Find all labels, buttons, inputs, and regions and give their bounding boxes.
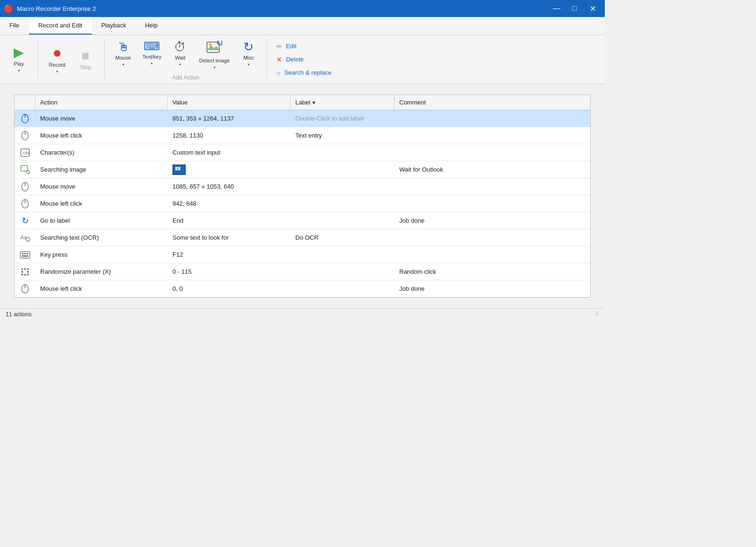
stop-icon: ■ — [82, 49, 90, 62]
detect-image-label: Detect image — [199, 58, 230, 63]
table-row[interactable]: ↻ Go to label End Job done — [15, 212, 590, 229]
svg-point-5 — [218, 43, 219, 44]
svg-line-4 — [221, 44, 222, 45]
svg-marker-1 — [207, 45, 219, 50]
row-icon-9 — [15, 248, 35, 262]
delete-button[interactable]: ✕ Delete — [275, 55, 333, 64]
row-value-1: 851, 353 » 1264, 1137 — [168, 112, 291, 125]
misc-label: Misc — [243, 55, 254, 61]
table-row[interactable]: Key press F12 — [15, 246, 590, 263]
stop-button[interactable]: ■ Stop — [72, 46, 99, 73]
toolbar-group-actions: 🖱 Mouse ▾ ⌨ Text/key ▾ ⏱ Wait ▾ — [105, 38, 266, 81]
row-value-8: Some text to look for — [168, 231, 291, 244]
row-action-8: Searching text (OCR) — [35, 231, 168, 244]
close-button[interactable]: ✕ — [584, 2, 601, 15]
search-replace-icon: ○ — [276, 69, 280, 77]
content-area: Action Value Label ▾ Comment Mouse move … — [0, 84, 605, 308]
svg-rect-26 — [24, 253, 26, 254]
row-icon-8: Aa — [15, 231, 35, 245]
label-dropdown-icon[interactable]: ▾ — [312, 99, 315, 106]
textkey-label: Text/key — [142, 54, 161, 60]
svg-point-34 — [21, 274, 23, 276]
mouse-button[interactable]: 🖱 Mouse ▾ — [111, 38, 136, 72]
action-table: Action Value Label ▾ Comment Mouse move … — [14, 95, 591, 298]
svg-point-36 — [27, 274, 29, 276]
row-action-2: Mouse left click — [35, 129, 168, 142]
mouse-arrow: ▾ — [122, 62, 124, 67]
row-icon-3: ABC — [15, 146, 35, 160]
toolbar-right-actions: ✏ Edit ✕ Delete ○ Search & replace — [267, 38, 341, 81]
table-row[interactable]: Mouse move 851, 353 » 1264, 1137 Double-… — [15, 110, 590, 127]
row-comment-2 — [395, 133, 590, 139]
detect-arrow: ▾ — [214, 65, 215, 69]
menu-record-edit[interactable]: Record and Edit — [29, 17, 92, 35]
row-icon-4 — [15, 162, 35, 177]
table-row[interactable]: Searching image 📧 Wait for Outlook — [15, 161, 590, 178]
row-action-7: Go to label — [35, 214, 168, 227]
detect-image-icon — [206, 41, 223, 56]
play-button[interactable]: ▶ Play ▾ — [6, 43, 32, 76]
wait-arrow: ▾ — [179, 62, 181, 67]
misc-button[interactable]: ↻ Misc ▾ — [236, 38, 261, 72]
svg-rect-27 — [26, 253, 28, 254]
table-row[interactable]: Randomize parameter (X) 0 - 115 Random c… — [15, 263, 590, 280]
svg-point-29 — [21, 268, 23, 270]
menu-file[interactable]: File — [0, 17, 29, 35]
search-replace-button[interactable]: ○ Search & replace — [275, 68, 333, 78]
row-comment-6 — [395, 201, 590, 207]
record-icon: ● — [52, 45, 61, 60]
row-icon-6 — [15, 196, 35, 211]
toolbar-group-playback: ▶ Play ▾ — [0, 38, 38, 81]
th-icon — [15, 95, 35, 110]
actions-count: 11 actions — [6, 311, 32, 318]
row-label-3 — [291, 150, 395, 156]
row-comment-3 — [395, 150, 590, 156]
row-label-2: Text entry — [291, 129, 395, 142]
textkey-button[interactable]: ⌨ Text/key ▾ — [137, 38, 166, 72]
table-row[interactable]: Aa Searching text (OCR) Some text to loo… — [15, 229, 590, 246]
row-label-8: Do OCR — [291, 231, 395, 244]
row-label-10 — [291, 269, 395, 275]
menu-playback[interactable]: Playback — [92, 17, 136, 35]
svg-text:ABC: ABC — [22, 151, 30, 156]
row-label-7 — [291, 218, 395, 224]
svg-point-30 — [24, 268, 26, 270]
mouse-icon: 🖱 — [117, 41, 129, 53]
row-comment-8 — [395, 235, 590, 241]
row-icon-5 — [15, 179, 35, 194]
table-row[interactable]: ABC Character(s) Custom text input — [15, 144, 590, 161]
table-row[interactable]: Mouse left click 1258, 1130 Text entry — [15, 127, 590, 144]
th-label: Label ▾ — [291, 95, 395, 110]
svg-rect-28 — [22, 255, 28, 257]
minimize-button[interactable]: — — [548, 2, 565, 15]
mouse-label: Mouse — [115, 55, 131, 61]
add-action-label: Add Action — [111, 72, 261, 81]
row-label-6 — [291, 201, 395, 207]
row-value-4: 📧 — [168, 162, 291, 178]
table-row[interactable]: Mouse left click 0, 0 Job done — [15, 280, 590, 297]
maximize-button[interactable]: □ — [566, 2, 583, 15]
svg-rect-13 — [21, 165, 27, 171]
toolbar: ▶ Play ▾ ● Record ▾ ■ Stop 🖱 Mouse ▾ ⌨ T… — [0, 35, 605, 84]
row-label-9 — [291, 252, 395, 258]
row-label-1[interactable]: Double-Click to add label — [291, 112, 395, 125]
th-comment: Comment — [395, 95, 590, 110]
th-value: Value — [168, 95, 291, 110]
table-row[interactable]: Mouse move 1085, 657 » 1053, 640 — [15, 178, 590, 195]
edit-button[interactable]: ✏ Edit — [275, 42, 333, 51]
search-replace-label: Search & replace — [284, 69, 332, 76]
menu-bar: File Record and Edit Playback Help — [0, 17, 605, 35]
detect-image-button[interactable]: Detect image ▾ — [194, 38, 234, 72]
row-value-11: 0, 0 — [168, 282, 291, 295]
app-title: Macro Recorder Enterprise 2 — [17, 5, 548, 12]
menu-help[interactable]: Help — [136, 17, 167, 35]
row-comment-11: Job done — [395, 282, 590, 295]
row-action-1: Mouse move — [35, 112, 168, 125]
table-row[interactable]: Mouse left click 942, 848 — [15, 195, 590, 212]
row-label-5 — [291, 184, 395, 190]
delete-label: Delete — [286, 56, 304, 63]
row-icon-11 — [15, 281, 35, 296]
record-button[interactable]: ● Record ▾ — [44, 42, 70, 77]
wait-button[interactable]: ⏱ Wait ▾ — [168, 38, 192, 72]
wait-label: Wait — [175, 55, 186, 61]
